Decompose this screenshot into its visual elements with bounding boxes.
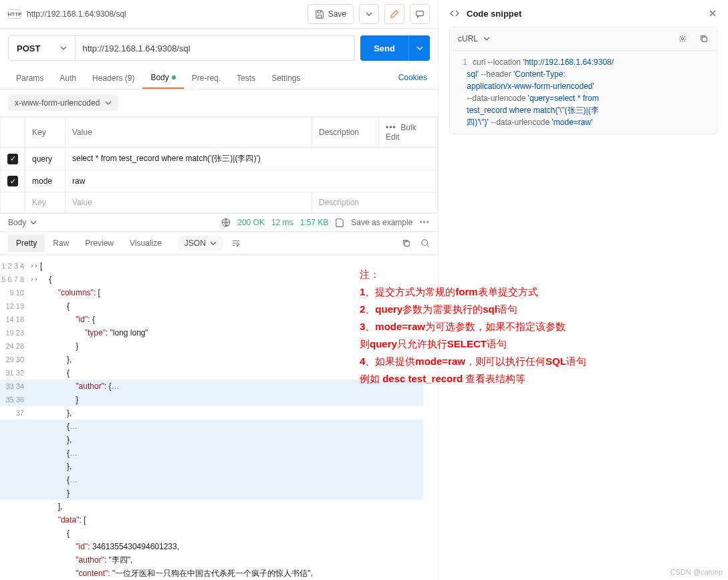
col-value: Value <box>66 118 312 148</box>
comment-icon <box>415 9 424 19</box>
comment-button[interactable] <box>410 4 430 24</box>
send-dropdown[interactable] <box>408 35 430 61</box>
send-button[interactable]: Send <box>360 35 408 61</box>
table-row-empty[interactable]: Key Value Description <box>1 192 438 213</box>
tab-body[interactable]: Body <box>142 67 183 89</box>
view-preview[interactable]: Preview <box>77 235 122 252</box>
pencil-icon <box>390 9 399 19</box>
request-row: POST Send <box>0 29 438 67</box>
method-dropdown[interactable]: POST <box>8 35 76 61</box>
svg-rect-5 <box>702 37 707 41</box>
status-size: 1.57 KB <box>300 218 329 227</box>
http-icon: HTTP <box>8 9 21 19</box>
save-dropdown[interactable] <box>359 4 379 24</box>
table-row[interactable]: ✓ query select * from test_record where … <box>1 148 438 170</box>
tab-headers[interactable]: Headers (9) <box>84 67 142 89</box>
checkbox[interactable]: ✓ <box>7 176 18 186</box>
copy-icon[interactable] <box>699 34 709 43</box>
tab-prereq[interactable]: Pre-req. <box>184 67 229 89</box>
view-visualize[interactable]: Visualize <box>122 235 170 252</box>
encoding-dropdown[interactable]: x-www-form-urlencoded <box>8 95 118 111</box>
gear-icon[interactable] <box>678 34 687 43</box>
watermark: CSDN @catoop <box>671 568 723 576</box>
tab-tests[interactable]: Tests <box>229 67 263 89</box>
globe-icon[interactable] <box>221 218 231 227</box>
save-button[interactable]: Save <box>308 4 354 24</box>
copy-icon[interactable] <box>402 239 411 248</box>
chevron-down-icon <box>105 101 112 105</box>
view-pretty[interactable]: Pretty <box>8 235 45 252</box>
annotation: 注： 1、提交方式为常规的form表单提交方式 2、query参数为需要执行的s… <box>360 266 721 388</box>
request-tabs: Params Auth Headers (9) Body Pre-req. Te… <box>0 67 438 90</box>
cookies-link[interactable]: Cookies <box>396 67 430 89</box>
chevron-down-icon <box>366 12 372 16</box>
close-icon[interactable] <box>708 9 717 18</box>
lang-dropdown[interactable]: cURL <box>458 34 478 43</box>
svg-rect-2 <box>404 241 409 246</box>
col-key: Key <box>25 118 66 148</box>
tab-title: http://192.168.1.64:9308/sql <box>27 9 302 19</box>
code-icon <box>449 8 460 19</box>
svg-point-4 <box>681 37 684 40</box>
encoding-label: x-www-form-urlencoded <box>15 98 100 108</box>
response-dropdown[interactable]: Body <box>8 218 37 227</box>
svg-point-3 <box>422 240 428 246</box>
chevron-down-icon <box>483 37 490 41</box>
table-row[interactable]: ✓ mode raw <box>1 170 438 192</box>
checkbox[interactable]: ✓ <box>7 154 18 164</box>
floppy-icon <box>335 218 344 227</box>
floppy-icon <box>315 9 324 19</box>
save-label: Save <box>328 9 346 19</box>
svg-rect-0 <box>416 11 424 16</box>
snippet-code[interactable]: 1curl --location 'http://192.168.1.64:93… <box>450 51 717 134</box>
tab-bar: HTTP http://192.168.1.64:9308/sql Save <box>0 0 438 29</box>
col-desc: Description <box>312 118 379 148</box>
snippet-box: cURL 1curl --location 'http://192.168.1.… <box>449 27 717 134</box>
search-icon[interactable] <box>420 239 430 248</box>
save-example[interactable]: Save as example <box>351 218 412 227</box>
chevron-down-icon <box>30 221 37 225</box>
share-button[interactable] <box>384 4 404 24</box>
format-dropdown[interactable]: JSON <box>178 236 223 251</box>
tab-params[interactable]: Params <box>8 67 51 89</box>
status-code: 200 OK <box>237 218 265 227</box>
view-raw[interactable]: Raw <box>45 235 77 252</box>
status-time: 12 ms <box>271 218 293 227</box>
tab-settings[interactable]: Settings <box>263 67 308 89</box>
col-bulk[interactable]: ••• Bulk Edit <box>379 118 438 148</box>
chevron-down-icon <box>210 241 217 245</box>
more-icon[interactable]: ••• <box>419 218 430 227</box>
panel-title: Code snippet <box>467 9 701 19</box>
wrap-icon[interactable] <box>231 239 241 248</box>
form-table: Key Value Description ••• Bulk Edit ✓ qu… <box>0 117 438 213</box>
method-label: POST <box>17 43 40 53</box>
chevron-down-icon <box>416 46 423 50</box>
tab-auth[interactable]: Auth <box>51 67 84 89</box>
chevron-down-icon <box>60 46 67 50</box>
url-input[interactable] <box>76 35 355 61</box>
